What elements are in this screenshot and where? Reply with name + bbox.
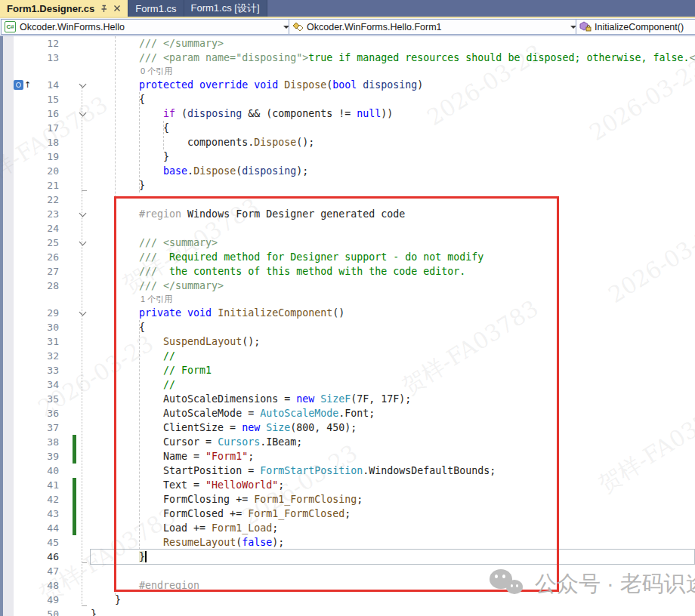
fold-margin [76, 564, 91, 578]
code-text: /// </summary> [91, 279, 695, 293]
line-number: 49 [33, 593, 59, 607]
code-line-18[interactable]: 18 components.Dispose(); [0, 135, 695, 149]
codelens-references[interactable]: 0 个引用 [0, 65, 695, 78]
fold-margin [76, 377, 91, 392]
fold-margin [76, 221, 91, 236]
codelens-references[interactable]: 1 个引用 [0, 293, 695, 306]
code-line-34[interactable]: 34 // [0, 377, 695, 392]
code-line-43[interactable]: 43 FormClosed += Form1_FormClosed; [0, 507, 695, 521]
override-indicator-icon[interactable] [14, 80, 23, 90]
fold-margin [76, 250, 91, 264]
code-line-27[interactable]: 27 /// the contents of this method with … [0, 264, 695, 279]
tab-strip: Form1.Designer.cs Form1.cs Form1.cs [设计] [0, 0, 695, 18]
glyph-margin [0, 507, 33, 521]
glyph-margin [0, 164, 33, 178]
line-number: 42 [33, 492, 59, 507]
fold-margin [76, 449, 91, 464]
code-line-28[interactable]: 28 /// </summary> [0, 279, 695, 293]
code-line-25[interactable]: 25 /// <summary> [0, 236, 695, 250]
fold-margin [76, 392, 91, 406]
navigation-bar: C# Okcoder.WinForms.Hello Okcoder.WinFor… [0, 18, 695, 36]
method-private-icon [579, 21, 592, 32]
glyph-margin [0, 306, 33, 320]
code-line-40[interactable]: 40 StartPosition = FormStartPosition.Win… [0, 464, 695, 478]
code-line-22[interactable]: 22 [0, 192, 695, 207]
glyph-margin [0, 478, 33, 492]
fold-margin [76, 121, 91, 135]
fold-collapse-chevron-icon[interactable] [76, 106, 91, 121]
code-text: /// <param name="disposing">true if mana… [91, 51, 695, 65]
line-number: 15 [33, 92, 59, 106]
code-line-12[interactable]: 12 /// </summary> [0, 36, 695, 51]
glyph-margin [0, 377, 33, 392]
code-line-16[interactable]: 16 if (disposing && (components != null)… [0, 106, 695, 121]
fold-collapse-chevron-icon[interactable] [76, 207, 91, 221]
tab-form1-cs-design[interactable]: Form1.cs [设计] [184, 0, 267, 17]
code-line-23[interactable]: 23 #region Windows Form Designer generat… [0, 207, 695, 221]
line-number: 12 [33, 36, 59, 51]
code-line-31[interactable]: 31 SuspendLayout(); [0, 334, 695, 349]
type-dropdown[interactable]: Okcoder.WinForms.Hello.Form1 [289, 19, 581, 35]
glyph-margin [0, 92, 33, 106]
code-line-41[interactable]: 41 Text = "HelloWorld"; [0, 478, 695, 492]
fold-margin [76, 420, 91, 435]
code-line-30[interactable]: 30 { [0, 320, 695, 334]
code-line-29[interactable]: 29 private void InitializeComponent() [0, 306, 695, 320]
code-text: /// </summary> [91, 36, 695, 51]
code-line-38[interactable]: 38 Cursor = Cursors.IBeam; [0, 435, 695, 449]
code-line-24[interactable]: 24 [0, 221, 695, 236]
fold-margin [76, 478, 91, 492]
code-line-20[interactable]: 20 base.Dispose(disposing); [0, 164, 695, 178]
code-line-46[interactable]: 46 } [0, 550, 695, 564]
code-line-45[interactable]: 45 ResumeLayout(false); [0, 535, 695, 550]
code-text: ResumeLayout(false); [91, 535, 695, 550]
line-number: 19 [33, 149, 59, 164]
code-line-35[interactable]: 35 AutoScaleDimensions = new SizeF(7F, 1… [0, 392, 695, 406]
glyph-margin [0, 464, 33, 478]
code-line-33[interactable]: 33 // Form1 [0, 363, 695, 377]
fold-margin [76, 149, 91, 164]
glyph-margin [0, 121, 33, 135]
code-text: base.Dispose(disposing); [91, 164, 695, 178]
pin-icon[interactable] [100, 5, 108, 13]
code-text: components.Dispose(); [91, 135, 695, 149]
code-text: { [91, 92, 695, 106]
glyph-margin [0, 178, 33, 192]
code-line-19[interactable]: 19 } [0, 149, 695, 164]
fold-collapse-chevron-icon[interactable] [76, 306, 91, 320]
fold-margin [76, 578, 91, 593]
code-line-32[interactable]: 32 // [0, 349, 695, 363]
code-line-13[interactable]: 13 /// <param name="disposing">true if m… [0, 51, 695, 65]
code-line-37[interactable]: 37 ClientSize = new Size(800, 450); [0, 420, 695, 435]
fold-margin [76, 464, 91, 478]
member-dropdown[interactable]: InitializeComponent() [576, 19, 695, 35]
code-line-42[interactable]: 42 FormClosing += Form1_FormClosing; [0, 492, 695, 507]
code-line-14[interactable]: ↑14 protected override void Dispose(bool… [0, 78, 695, 92]
fold-margin [76, 507, 91, 521]
code-line-15[interactable]: 15 { [0, 92, 695, 106]
tab-label: Form1.Designer.cs [7, 3, 94, 14]
glyph-margin [0, 51, 33, 65]
code-line-17[interactable]: 17 { [0, 121, 695, 135]
code-line-39[interactable]: 39 Name = "Form1"; [0, 449, 695, 464]
code-text: } [91, 178, 695, 192]
code-line-44[interactable]: 44 Load += Form1_Load; [0, 521, 695, 535]
fold-margin [76, 550, 91, 564]
code-line-50[interactable]: 50} [0, 607, 695, 616]
tab-form1-designer-cs[interactable]: Form1.Designer.cs [0, 0, 128, 17]
code-line-26[interactable]: 26 /// Required method for Designer supp… [0, 250, 695, 264]
fold-margin [76, 607, 91, 616]
project-dropdown[interactable]: C# Okcoder.WinForms.Hello [1, 19, 294, 35]
code-editor[interactable]: 12 /// </summary>13 /// <param name="dis… [0, 36, 695, 616]
line-number: 35 [33, 392, 59, 406]
tab-form1-cs[interactable]: Form1.cs [128, 0, 184, 17]
codelens-label: 0 个引用 [141, 65, 172, 78]
csharp-file-icon: C# [5, 21, 16, 32]
line-number: 46 [33, 550, 59, 564]
fold-collapse-chevron-icon[interactable] [76, 78, 91, 92]
close-icon[interactable] [113, 5, 121, 12]
code-line-36[interactable]: 36 AutoScaleMode = AutoScaleMode.Font; [0, 406, 695, 420]
code-line-21[interactable]: 21 } [0, 178, 695, 192]
fold-collapse-chevron-icon[interactable] [76, 236, 91, 250]
code-text: { [91, 320, 695, 334]
